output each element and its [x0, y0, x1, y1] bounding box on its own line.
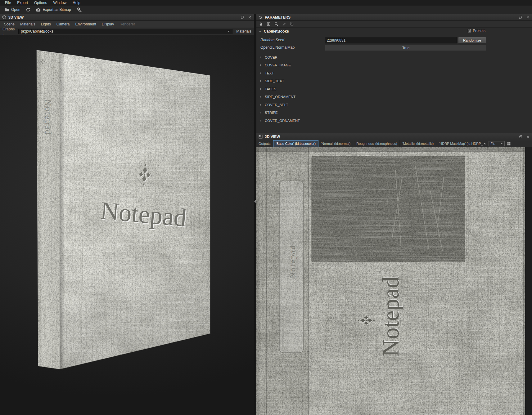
book-spine: Notepad — [34, 47, 63, 370]
menu3d-camera[interactable]: Camera — [54, 21, 73, 28]
materials-label: Materials — [236, 29, 251, 33]
normalmap-label: OpenGL NormalMap — [260, 45, 295, 50]
section-text[interactable]: TEXT — [256, 69, 532, 77]
chevron-right-icon — [259, 72, 262, 75]
normalmap-row: OpenGL NormalMap True — [256, 44, 532, 51]
output-tab-normal[interactable]: 'Normal' (id:normal) — [318, 140, 353, 147]
close-panel-icon[interactable] — [526, 135, 530, 139]
main-toolbar: Open Export as Bitmap — [0, 6, 532, 14]
3d-view-title: 3D VIEW — [8, 15, 24, 20]
graphs-row: Graphs : pkg://CabinetBooks Materials — [0, 28, 254, 35]
chevron-right-icon — [259, 95, 262, 98]
output-tab-basecolor[interactable]: 'Base Color' (id:basecolor) — [273, 140, 318, 147]
dropdown-caret-icon — [228, 31, 230, 32]
panel-parameters: PARAMETERS CabinetBooks Presets Random S… — [256, 14, 532, 133]
preset-box-icon[interactable] — [267, 22, 271, 26]
outputs-label: Outputs: — [259, 142, 272, 145]
texture-title-text: Notepad — [377, 276, 404, 356]
chevron-right-icon — [259, 103, 262, 106]
randomize-button[interactable]: Randomize — [458, 37, 486, 43]
float-panel-icon[interactable] — [241, 16, 244, 19]
parameters-toolbar — [256, 21, 532, 28]
2d-view-header: 2D VIEW — [256, 133, 532, 140]
graphs-label: Graphs : — [2, 27, 16, 36]
settings-button[interactable] — [75, 7, 83, 13]
menu3d-lights[interactable]: Lights — [38, 21, 54, 28]
outputs-tab-bar: Outputs: 'Base Color' (id:basecolor) 'No… — [256, 140, 532, 147]
chevron-right-icon — [259, 64, 262, 67]
application-window: File Export Options Window Help Open Exp… — [0, 0, 532, 415]
2d-texture-canvas[interactable]: Notepad — [256, 147, 532, 415]
tile-grid-icon[interactable] — [507, 142, 511, 146]
export-values-icon[interactable] — [274, 22, 278, 26]
section-stripe[interactable]: STRIPE — [256, 109, 532, 117]
panel-3d-view: 3D VIEW Scene Materials Lights Camera En… — [0, 14, 254, 415]
export-as-bitmap-button[interactable]: Export as Bitmap — [34, 7, 72, 13]
section-cover-belt[interactable]: COVER_BELT — [256, 101, 532, 109]
menubar: File Export Options Window Help — [0, 0, 532, 6]
section-tapes[interactable]: TAPES — [256, 85, 532, 93]
book-front-cover: Notepad Notepad — [60, 53, 210, 370]
section-side-text[interactable]: SIDE_TEXT — [256, 77, 532, 85]
sliders-icon — [259, 15, 263, 19]
reset-icon[interactable] — [290, 22, 294, 26]
lock-icon[interactable] — [259, 22, 263, 26]
chevron-right-icon — [259, 79, 262, 83]
output-tab-hdrp-maskmap[interactable]: 'HDRP MaskMap' (id:HDRP_Mask — [436, 140, 483, 147]
output-tab-metallic[interactable]: 'Metallic' (id:metallic) — [400, 140, 436, 147]
refresh-button[interactable] — [24, 7, 32, 13]
chevron-right-icon — [259, 56, 262, 59]
panel-2d-view: 2D VIEW Outputs: 'Base Color' (id:baseco… — [256, 133, 532, 415]
float-panel-icon[interactable] — [519, 135, 522, 139]
refresh-icon — [26, 7, 30, 12]
graphs-dropdown[interactable]: pkg://CabinetBooks — [18, 29, 232, 34]
parameters-title: PARAMETERS — [265, 15, 291, 20]
camera-icon — [36, 7, 41, 12]
graph-group-header[interactable]: CabinetBooks — [256, 28, 532, 35]
close-panel-icon[interactable] — [248, 16, 252, 19]
normalmap-toggle[interactable]: True — [325, 44, 487, 51]
folder-icon — [5, 7, 9, 12]
panel-splitter[interactable] — [254, 14, 256, 415]
section-cover-image[interactable]: COVER_IMAGE — [256, 61, 532, 69]
2d-view-title: 2D VIEW — [265, 135, 280, 139]
dropdown-caret-icon — [500, 143, 503, 144]
book-spine-text: Notepad — [43, 99, 53, 135]
presets-button[interactable]: Presets — [467, 29, 485, 33]
book-3d-render: Notepad Notepad Notepad — [0, 35, 254, 415]
chevron-right-icon — [259, 87, 262, 91]
menu-window[interactable]: Window — [50, 0, 70, 6]
menu-options[interactable]: Options — [31, 0, 50, 6]
chevron-right-icon — [259, 111, 262, 114]
chevron-right-icon — [259, 119, 262, 122]
float-panel-icon[interactable] — [519, 16, 522, 19]
menu-help[interactable]: Help — [70, 0, 83, 6]
section-side-ornament[interactable]: SIDE_ORNAMENT — [256, 93, 532, 101]
basecolor-texture: Notepad — [256, 147, 532, 415]
close-panel-icon[interactable] — [526, 16, 530, 19]
random-seed-input[interactable] — [325, 37, 457, 43]
menu3d-environment[interactable]: Environment — [72, 21, 99, 28]
open-button[interactable]: Open — [3, 7, 22, 13]
section-cover[interactable]: COVER — [256, 53, 532, 61]
cube-icon — [2, 15, 6, 19]
random-seed-row: Random Seed Randomize — [256, 37, 532, 43]
menu-export[interactable]: Export — [14, 0, 31, 6]
zoom-fit-dropdown[interactable]: Fit. — [489, 141, 505, 146]
menu3d-materials[interactable]: Materials — [17, 21, 38, 28]
collapse-handle-icon[interactable] — [254, 199, 256, 203]
section-cover-ornament[interactable]: COVER_ORNAMENT — [256, 117, 532, 125]
parameter-sections: COVER COVER_IMAGE TEXT SIDE_TEXT TAPES S… — [256, 53, 532, 125]
menu-file[interactable]: File — [2, 0, 14, 6]
edit-icon — [282, 22, 286, 26]
graph-name: CabinetBooks — [264, 29, 289, 33]
3d-viewport[interactable]: Notepad Notepad Notepad — [0, 35, 254, 415]
tab-scroll-left-icon[interactable] — [483, 142, 486, 145]
menu3d-display[interactable]: Display — [99, 21, 117, 28]
list-page-icon — [467, 29, 471, 33]
3d-view-menu: Scene Materials Lights Camera Environmen… — [0, 21, 254, 28]
texture-spine-text: Notepad — [288, 244, 297, 278]
3d-view-header: 3D VIEW — [0, 14, 254, 21]
split-view-icon — [259, 135, 263, 139]
output-tab-roughness[interactable]: 'Roughness' (id:roughness) — [353, 140, 400, 147]
